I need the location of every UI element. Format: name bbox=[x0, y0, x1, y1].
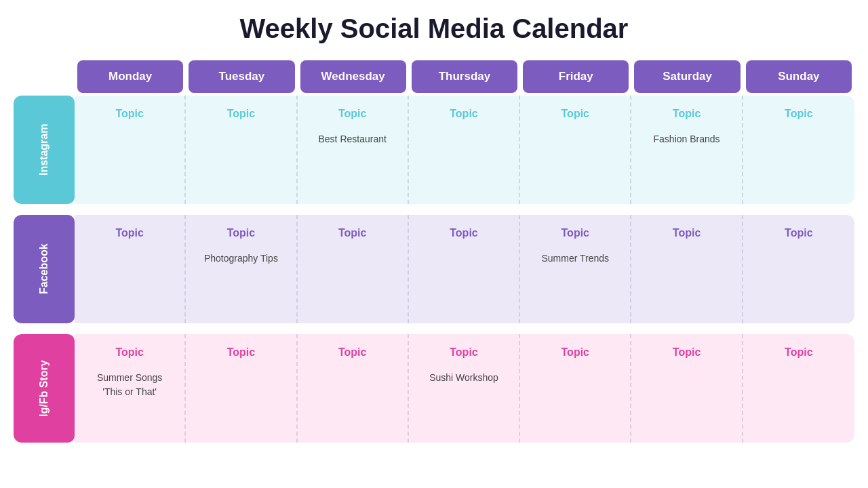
cell-topic: Topic bbox=[673, 227, 701, 239]
cell-facebook-wednesday[interactable]: Topic bbox=[298, 215, 409, 323]
cell-igfb-monday[interactable]: TopicSummer Songs 'This or That' bbox=[75, 334, 186, 443]
calendar-container: MondayTuesdayWednesdayThursdayFridaySatu… bbox=[14, 60, 854, 443]
cell-topic: Topic bbox=[673, 108, 701, 120]
cell-topic: Topic bbox=[227, 227, 255, 239]
cell-topic: Topic bbox=[450, 227, 477, 239]
cell-igfb-tuesday[interactable]: Topic bbox=[186, 334, 297, 443]
cell-topic: Topic bbox=[673, 346, 701, 359]
cell-topic: Topic bbox=[450, 108, 477, 120]
cell-topic: Topic bbox=[338, 108, 366, 120]
cell-content: Fashion Brands bbox=[654, 132, 720, 146]
header-row: MondayTuesdayWednesdayThursdayFridaySatu… bbox=[14, 60, 854, 93]
cell-facebook-friday[interactable]: TopicSummer Trends bbox=[520, 215, 631, 323]
cell-topic: Topic bbox=[227, 346, 255, 359]
cell-topic: Topic bbox=[785, 227, 812, 239]
cell-instagram-wednesday[interactable]: TopicBest Restaurant bbox=[298, 96, 409, 204]
calendar-sections: InstagramTopicTopicTopicBest RestaurantT… bbox=[14, 96, 854, 443]
day-header-wednesday: Wednesday bbox=[300, 60, 406, 93]
section-row-facebook: FacebookTopicTopicPhotography TipsTopicT… bbox=[14, 215, 854, 323]
cell-facebook-thursday[interactable]: Topic bbox=[409, 215, 520, 323]
day-header-tuesday: Tuesday bbox=[189, 60, 294, 93]
cell-content: Sushi Workshop bbox=[429, 371, 498, 385]
cell-facebook-monday[interactable]: Topic bbox=[75, 215, 186, 323]
cell-content: Summer Songs 'This or That' bbox=[97, 371, 162, 399]
day-header-friday: Friday bbox=[523, 60, 629, 93]
cell-facebook-tuesday[interactable]: TopicPhotography Tips bbox=[186, 215, 297, 323]
cell-topic: Topic bbox=[450, 346, 477, 359]
section-row-igfb: Ig/Fb StoryTopicSummer Songs 'This or Th… bbox=[14, 334, 854, 443]
cell-topic: Topic bbox=[561, 346, 589, 359]
cell-topic: Topic bbox=[115, 108, 143, 120]
cell-igfb-saturday[interactable]: Topic bbox=[631, 334, 743, 443]
cell-content: Best Restaurant bbox=[319, 132, 387, 146]
cell-instagram-saturday[interactable]: TopicFashion Brands bbox=[631, 96, 743, 204]
cell-instagram-monday[interactable]: Topic bbox=[75, 96, 186, 204]
page-title: Weekly Social Media Calendar bbox=[240, 14, 629, 44]
cell-topic: Topic bbox=[561, 108, 589, 120]
cell-topic: Topic bbox=[227, 108, 255, 120]
cell-facebook-sunday[interactable]: Topic bbox=[743, 215, 854, 323]
section-bg-facebook: TopicTopicPhotography TipsTopicTopicTopi… bbox=[75, 215, 854, 323]
day-header-monday: Monday bbox=[77, 60, 183, 93]
section-label-instagram: Instagram bbox=[14, 96, 75, 204]
cell-igfb-thursday[interactable]: TopicSushi Workshop bbox=[409, 334, 520, 443]
day-header-thursday: Thursday bbox=[412, 60, 517, 93]
cell-topic: Topic bbox=[785, 346, 812, 359]
header-spacer bbox=[14, 60, 75, 93]
section-row-instagram: InstagramTopicTopicTopicBest RestaurantT… bbox=[14, 96, 854, 204]
cell-igfb-friday[interactable]: Topic bbox=[520, 334, 631, 443]
cell-topic: Topic bbox=[115, 227, 143, 239]
cell-topic: Topic bbox=[785, 108, 812, 120]
cell-content: Photography Tips bbox=[204, 251, 278, 266]
cell-facebook-saturday[interactable]: Topic bbox=[631, 215, 743, 323]
day-header-sunday: Sunday bbox=[746, 60, 852, 93]
section-label-facebook: Facebook bbox=[14, 215, 75, 323]
cell-igfb-wednesday[interactable]: Topic bbox=[298, 334, 409, 443]
cell-topic: Topic bbox=[561, 227, 589, 239]
cell-instagram-sunday[interactable]: Topic bbox=[743, 96, 854, 204]
cell-topic: Topic bbox=[338, 346, 366, 359]
cell-igfb-sunday[interactable]: Topic bbox=[743, 334, 854, 443]
section-bg-instagram: TopicTopicTopicBest RestaurantTopicTopic… bbox=[75, 96, 854, 204]
day-header-saturday: Saturday bbox=[634, 60, 740, 93]
cell-content: Summer Trends bbox=[541, 251, 609, 266]
cell-instagram-thursday[interactable]: Topic bbox=[409, 96, 520, 204]
cell-instagram-tuesday[interactable]: Topic bbox=[186, 96, 297, 204]
cell-topic: Topic bbox=[338, 227, 366, 239]
section-label-igfb: Ig/Fb Story bbox=[14, 334, 75, 443]
cell-instagram-friday[interactable]: Topic bbox=[520, 96, 631, 204]
section-bg-igfb: TopicSummer Songs 'This or That'TopicTop… bbox=[75, 334, 854, 443]
cell-topic: Topic bbox=[115, 346, 143, 359]
